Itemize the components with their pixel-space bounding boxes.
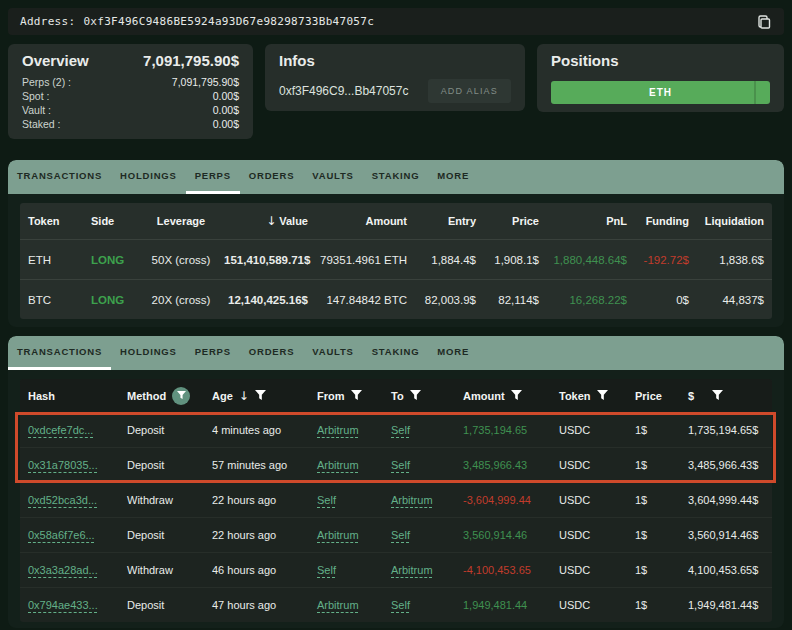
- tab[interactable]: STAKING: [363, 336, 429, 370]
- overview-row-label: Vault :: [22, 104, 51, 116]
- tab[interactable]: PERPS: [186, 160, 240, 194]
- copy-icon[interactable]: [756, 14, 772, 30]
- col-price: Price: [635, 390, 688, 402]
- tx-token: USDC: [559, 459, 635, 471]
- tx-method: Deposit: [127, 529, 212, 541]
- overview-row-value: 0.00$: [213, 118, 239, 130]
- col-value[interactable]: ↓ Value: [224, 214, 308, 228]
- token-filter-icon[interactable]: [597, 390, 608, 401]
- col-price[interactable]: Price: [476, 215, 539, 227]
- tab[interactable]: ORDERS: [240, 336, 303, 370]
- tx-method: Deposit: [127, 459, 212, 471]
- to-filter-icon[interactable]: [410, 390, 421, 401]
- perps-side: LONG: [91, 294, 138, 306]
- overview-row-label: Spot :: [22, 90, 49, 102]
- tab-label: VAULTS: [312, 346, 353, 357]
- tx-to-link[interactable]: Arbitrum: [391, 564, 433, 576]
- tx-to-link[interactable]: Arbitrum: [391, 494, 433, 506]
- tab[interactable]: ORDERS: [240, 160, 303, 194]
- tx-from-link[interactable]: Self: [317, 564, 336, 576]
- transaction-row: 0xd52bca3d... Withdraw 22 hours ago Self…: [20, 482, 772, 517]
- tab[interactable]: MORE: [428, 336, 478, 370]
- tx-to-link[interactable]: Self: [391, 599, 410, 611]
- tab[interactable]: PERPS: [186, 336, 240, 370]
- usd-filter-icon[interactable]: [712, 390, 723, 401]
- tx-to-link[interactable]: Self: [391, 424, 410, 436]
- tx-hash-link[interactable]: 0xd52bca3d...: [28, 494, 97, 506]
- tx-amount: -3,604,999.44: [463, 494, 559, 506]
- col-token[interactable]: Token: [28, 215, 91, 227]
- tx-hash-link[interactable]: 0x58a6f7e6...: [28, 529, 95, 541]
- perps-value: 151,410,589.71$: [224, 254, 308, 266]
- age-filter-icon[interactable]: [255, 390, 266, 401]
- tx-from-link[interactable]: Self: [317, 494, 336, 506]
- col-leverage[interactable]: Leverage: [138, 215, 224, 227]
- perps-pnl: 16,268.22$: [539, 294, 627, 306]
- col-funding[interactable]: Funding: [627, 215, 689, 227]
- positions-card: Positions ETH: [537, 44, 784, 112]
- tx-hash-link[interactable]: 0xdcefe7dc...: [28, 424, 93, 436]
- tx-hash-link[interactable]: 0x3a3a28ad...: [28, 564, 98, 576]
- col-entry[interactable]: Entry: [407, 215, 476, 227]
- overview-title: Overview: [22, 52, 89, 69]
- tx-to-link[interactable]: Self: [391, 529, 410, 541]
- perps-value: 12,140,425.16$: [224, 294, 308, 306]
- tab[interactable]: MORE: [428, 160, 478, 194]
- sort-desc-icon: ↓: [266, 214, 276, 228]
- tx-usd: 3,485,966.43$: [688, 459, 764, 471]
- position-eth-label: ETH: [649, 87, 672, 98]
- col-side[interactable]: Side: [91, 215, 138, 227]
- transaction-row: 0x58a6f7e6... Deposit 22 hours ago Arbit…: [20, 517, 772, 552]
- tx-amount: 1,735,194.65: [463, 424, 559, 436]
- tx-from-link[interactable]: Arbitrum: [317, 459, 359, 471]
- tab[interactable]: HOLDINGS: [111, 160, 186, 194]
- transaction-row: 0x31a78035... Deposit 57 minutes ago Arb…: [20, 447, 772, 482]
- tab[interactable]: VAULTS: [303, 160, 362, 194]
- add-alias-button[interactable]: ADD ALIAS: [428, 79, 511, 103]
- tx-from-link[interactable]: Arbitrum: [317, 599, 359, 611]
- tab-label: HOLDINGS: [120, 170, 177, 181]
- tab[interactable]: VAULTS: [303, 336, 362, 370]
- position-eth-button[interactable]: ETH: [551, 81, 770, 104]
- col-liquidation[interactable]: Liquidation: [689, 215, 764, 227]
- from-filter-icon[interactable]: [351, 390, 362, 401]
- tx-method: Deposit: [127, 599, 212, 611]
- tx-price: 1$: [635, 424, 688, 436]
- col-age[interactable]: Age↓: [212, 389, 317, 403]
- tab[interactable]: TRANSACTIONS: [8, 160, 111, 194]
- col-from: From: [317, 390, 391, 402]
- perps-funding: 0$: [627, 294, 689, 306]
- tx-amount: 1,949,481.44: [463, 599, 559, 611]
- tx-from-link[interactable]: Arbitrum: [317, 424, 359, 436]
- tx-hash-link[interactable]: 0x31a78035...: [28, 459, 98, 471]
- method-filter-icon[interactable]: [172, 387, 190, 405]
- tab-label: MORE: [437, 346, 469, 357]
- perps-liquidation: 44,837$: [689, 294, 764, 306]
- tx-usd: 4,100,453.65$: [688, 564, 764, 576]
- overview-row: Staked : 0.00$: [22, 117, 239, 131]
- tx-from-link[interactable]: Arbitrum: [317, 529, 359, 541]
- overview-row-label: Perps (2) :: [22, 76, 71, 88]
- amount-filter-icon[interactable]: [511, 390, 522, 401]
- perps-table: Token Side Leverage ↓ Value Amount Entry…: [20, 203, 772, 319]
- col-pnl[interactable]: PnL: [539, 215, 627, 227]
- perps-leverage: 20X (cross): [138, 294, 224, 306]
- perps-token: ETH: [28, 254, 91, 266]
- tab-label: PERPS: [195, 170, 231, 181]
- tab[interactable]: HOLDINGS: [111, 336, 186, 370]
- tx-token: USDC: [559, 529, 635, 541]
- tx-method: Deposit: [127, 424, 212, 436]
- col-amount[interactable]: Amount: [308, 215, 407, 227]
- perps-row: BTC LONG 20X (cross) 12,140,425.16$ 147.…: [20, 279, 772, 319]
- address-label: Address:: [20, 15, 75, 28]
- tx-method: Withdraw: [127, 564, 212, 576]
- overview-row-label: Staked :: [22, 118, 61, 130]
- address-value: 0xf3F496C9486BE5924a93D67e98298733Bb4705…: [83, 15, 374, 28]
- tx-age: 46 hours ago: [212, 564, 317, 576]
- tab-label: STAKING: [372, 170, 420, 181]
- tab[interactable]: STAKING: [363, 160, 429, 194]
- tx-hash-link[interactable]: 0x794ae433...: [28, 599, 98, 611]
- tx-to-link[interactable]: Self: [391, 459, 410, 471]
- tab[interactable]: TRANSACTIONS: [8, 336, 111, 370]
- infos-card: Infos 0xf3F496C9...Bb47057c ADD ALIAS: [265, 44, 525, 111]
